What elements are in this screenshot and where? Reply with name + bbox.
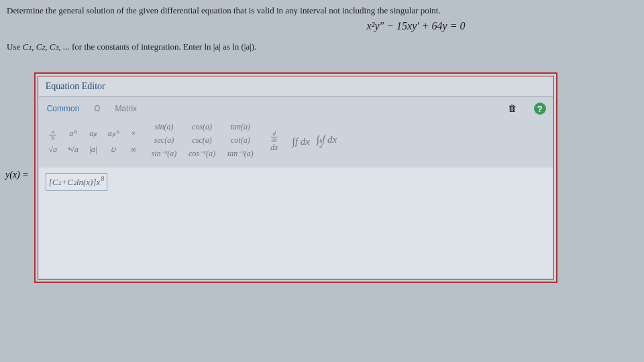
btn-sqrt[interactable]: √a (47, 145, 59, 155)
editor-canvas[interactable]: [C₁ + C₂ln(x)]x8 (39, 168, 553, 278)
btn-abs[interactable]: |a| (87, 145, 99, 155)
question-equation: x²y″ − 15xy′ + 64y = 0 (7, 20, 637, 32)
btn-dx[interactable]: dx (268, 143, 280, 155)
btn-union[interactable]: ∪ (107, 145, 119, 155)
btn-csc[interactable]: csc(a) (189, 135, 215, 147)
tab-common[interactable]: Common (47, 104, 80, 113)
btn-nroot[interactable]: ⁿ√a (67, 145, 79, 155)
tab-matrix[interactable]: Matrix (115, 104, 137, 113)
tab-omega[interactable]: Ω (94, 104, 100, 113)
equation-editor: Equation Editor Common Ω Matrix 🗑 ? ab √… (34, 72, 557, 283)
btn-tan[interactable]: tan(a) (227, 122, 254, 134)
btn-integral[interactable]: ∫f dx (292, 136, 310, 147)
btn-derivative[interactable]: ddx (268, 128, 280, 140)
btn-acos[interactable]: cos⁻¹(a) (189, 149, 215, 161)
toolbar: ab √a aᵇ ⁿ√a aᵦ |a| aᵦᵇ ∪ × ∞ sin(a) cos… (39, 118, 553, 168)
btn-sec[interactable]: sec(a) (152, 135, 177, 147)
editor-title: Equation Editor (39, 77, 553, 97)
trash-icon[interactable]: 🗑 (506, 102, 519, 115)
entered-expression[interactable]: [C₁ + C₂ln(x)]x8 (46, 173, 108, 191)
btn-infinity[interactable]: ∞ (127, 145, 140, 155)
btn-power[interactable]: aᵇ (67, 129, 79, 139)
question-prompt: Determine the general solution of the gi… (7, 5, 637, 16)
btn-fraction[interactable]: ab (47, 126, 59, 141)
question-instruction: Use C₁, C₂, C₃, ... for the constants of… (7, 42, 637, 52)
btn-atan[interactable]: tan⁻¹(a) (227, 149, 254, 161)
btn-subscript[interactable]: aᵦ (87, 129, 99, 139)
btn-cot[interactable]: cot(a) (227, 135, 254, 147)
help-icon[interactable]: ? (534, 103, 546, 115)
answer-label: y(x) = (5, 170, 29, 180)
btn-cos[interactable]: cos(a) (189, 122, 215, 134)
btn-times[interactable]: × (127, 129, 140, 139)
btn-defintegral[interactable]: ∫baf dx (317, 134, 337, 149)
btn-sin[interactable]: sin(a) (152, 122, 177, 134)
btn-subsup[interactable]: aᵦᵇ (107, 129, 119, 139)
btn-asin[interactable]: sin⁻¹(a) (152, 149, 177, 161)
